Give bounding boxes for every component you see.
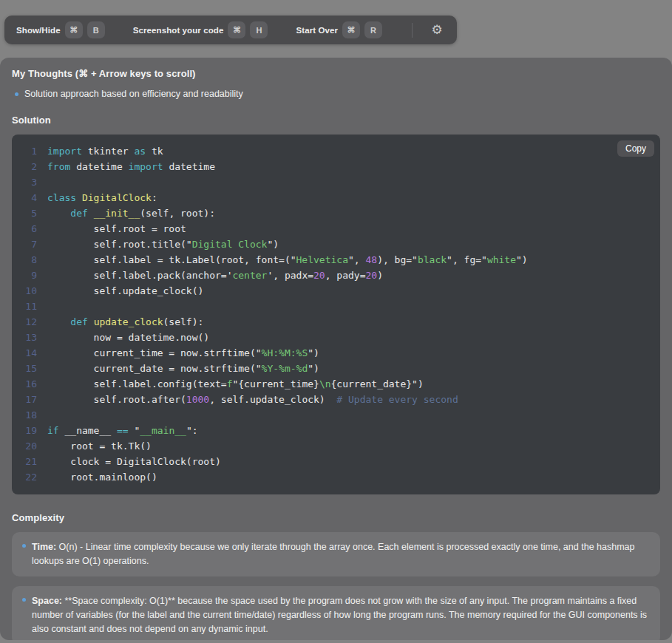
code-line: 6 self.root = root [12,221,660,237]
code-line: 22 root.mainloop() [12,469,660,485]
bullet-dot-icon [22,544,26,548]
complexity-text: Time: O(n) - Linear time complexity beca… [32,540,648,568]
thoughts-heading: My Thoughts (⌘ + Arrow keys to scroll) [12,68,660,79]
code-text: current_time = now.strftime("%H:%M:%S") [47,345,319,361]
toolbar-item[interactable]: Show/Hide⌘B [16,21,105,38]
toolbar-item[interactable]: Start Over⌘R [296,21,382,38]
code-line: 17 self.root.after(1000, self.update_clo… [12,392,660,407]
gear-icon[interactable]: ⚙ [429,22,445,38]
code-line: 5 def __init__(self, root): [12,205,660,221]
copy-button[interactable]: Copy [617,140,654,157]
code-line: 20 root = tk.Tk() [12,438,660,454]
solution-heading: Solution [12,115,660,126]
code-text [47,299,53,314]
main-panel: My Thoughts (⌘ + Arrow keys to scroll) S… [0,58,672,640]
complexity-cards: Time: O(n) - Linear time complexity beca… [12,532,660,640]
complexity-text: Space: **Space complexity: O(1)** becaus… [32,594,648,636]
code-text: clock = DigitalClock(root) [47,454,221,469]
line-number: 6 [12,221,47,237]
thoughts-list: Solution approach based on efficiency an… [12,89,660,99]
code-line: 1import tkinter as tk [12,143,660,159]
complexity-heading: Complexity [12,512,660,523]
line-number: 7 [12,237,47,252]
line-number: 11 [12,299,47,314]
code-text: self.root = root [47,221,186,237]
code-text: from datetime import datetime [47,159,215,174]
line-number: 15 [12,361,47,376]
code-text [47,174,53,190]
code-line: 9 self.label.pack(anchor='center', padx=… [12,268,660,283]
code-line: 3 [12,174,660,190]
complexity-label: Time: [32,542,56,552]
code-text: root = tk.Tk() [47,438,152,454]
complexity-row: Time: O(n) - Linear time complexity beca… [19,540,648,568]
code-text: root.mainloop() [47,469,157,485]
keycap: ⌘ [228,21,245,38]
code-line: 21 clock = DigitalClock(root) [12,454,660,469]
keycap: H [250,21,268,38]
toolbar-item-label: Start Over [296,26,338,35]
code-text: def __init__(self, root): [47,205,215,221]
code-text [47,407,53,423]
toolbar-items: Show/Hide⌘BScreenshot your code⌘HStart O… [16,21,382,38]
line-number: 2 [12,159,47,174]
bullet-dot-icon [15,92,18,96]
code-line: 12 def update_clock(self): [12,314,660,330]
code-line: 11 [12,299,660,314]
code-line: 19if __name__ == "__main__": [12,423,660,438]
line-number: 22 [12,469,47,485]
code-line: 8 self.label = tk.Label(root, font=("Hel… [12,252,660,268]
toolbar-item-label: Screenshot your code [133,26,224,35]
code-line: 4class DigitalClock: [12,190,660,205]
line-number: 19 [12,423,47,438]
line-number: 3 [12,174,47,190]
code-block: Copy 1import tkinter as tk2from datetime… [12,135,660,494]
code-text: class DigitalClock: [47,190,157,205]
complexity-card: Space: **Space complexity: O(1)** becaus… [12,586,660,640]
line-number: 13 [12,330,47,345]
line-number: 9 [12,268,47,283]
code-text: self.label.config(text=f"{current_time}\… [47,376,424,392]
toolbar-divider [412,23,413,38]
line-number: 17 [12,392,47,407]
code-line: 14 current_time = now.strftime("%H:%M:%S… [12,345,660,361]
code-text: self.root.title("Digital Clock") [47,237,279,252]
bullet-dot-icon [22,598,26,602]
code-text: if __name__ == "__main__": [47,423,198,438]
line-number: 16 [12,376,47,392]
code-lines: 1import tkinter as tk2from datetime impo… [12,143,660,485]
line-number: 14 [12,345,47,361]
toolbar: Show/Hide⌘BScreenshot your code⌘HStart O… [4,16,457,44]
code-text: self.root.after(1000, self.update_clock)… [47,392,458,407]
keycap: R [364,21,382,38]
complexity-card: Time: O(n) - Linear time complexity beca… [12,532,660,576]
code-line: 10 self.update_clock() [12,283,660,299]
code-line: 15 current_date = now.strftime("%Y-%m-%d… [12,361,660,376]
code-line: 2from datetime import datetime [12,159,660,174]
line-number: 20 [12,438,47,454]
line-number: 1 [12,143,47,159]
toolbar-item[interactable]: Screenshot your code⌘H [133,21,268,38]
code-text: import tkinter as tk [47,143,163,159]
line-number: 12 [12,314,47,330]
code-text: self.label = tk.Label(root, font=("Helve… [47,252,528,268]
keycap: ⌘ [342,21,360,38]
thought-text: Solution approach based on efficiency an… [24,89,243,99]
code-line: 18 [12,407,660,423]
code-text: now = datetime.now() [47,330,209,345]
code-text: self.update_clock() [47,283,203,299]
keycap: B [87,21,105,38]
thought-item: Solution approach based on efficiency an… [12,89,660,99]
code-text: self.label.pack(anchor='center', padx=20… [47,268,383,283]
code-text: def update_clock(self): [47,314,203,330]
line-number: 5 [12,205,47,221]
line-number: 10 [12,283,47,299]
line-number: 18 [12,407,47,423]
code-line: 16 self.label.config(text=f"{current_tim… [12,376,660,392]
code-text: current_date = now.strftime("%Y-%m-%d") [47,361,319,376]
line-number: 8 [12,252,47,268]
code-line: 7 self.root.title("Digital Clock") [12,237,660,252]
toolbar-item-label: Show/Hide [16,26,61,35]
keycap: ⌘ [65,21,83,38]
line-number: 4 [12,190,47,205]
